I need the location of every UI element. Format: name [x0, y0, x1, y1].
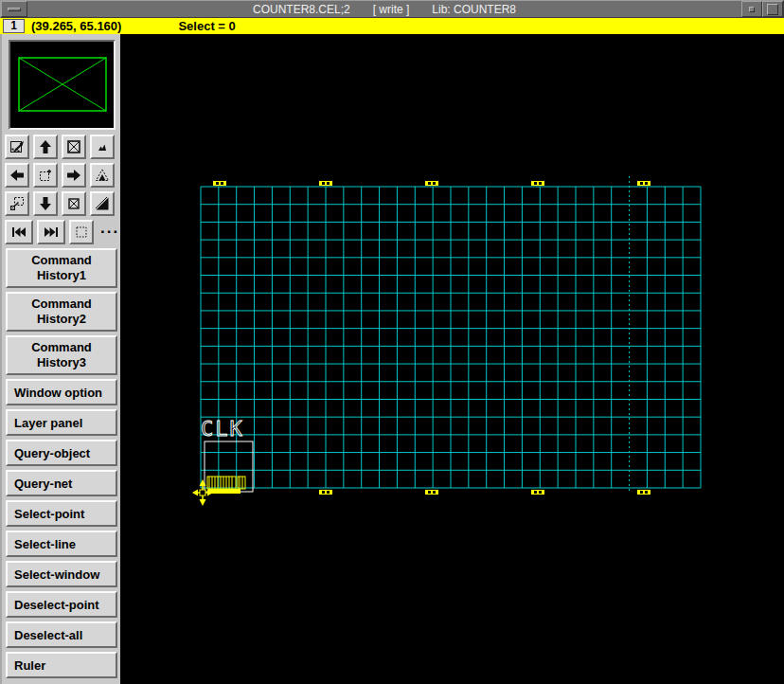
clock-pin-bar — [208, 489, 241, 494]
pan-right-icon — [66, 168, 81, 183]
pin[interactable] — [319, 490, 332, 495]
pin[interactable] — [531, 181, 544, 186]
maximize-button[interactable] — [762, 1, 783, 17]
cursor-coordinates: (39.265, 65.160) — [31, 19, 121, 33]
command-history3-button[interactable]: Command History3 — [6, 335, 117, 375]
redraw-corner-button[interactable] — [90, 191, 115, 216]
window-menu-button[interactable] — [1, 1, 27, 17]
zoom-in-icon — [95, 168, 110, 183]
window-titlebar[interactable]: COUNTER8.CEL;2 [ write ] Lib: COUNTER8 — [0, 0, 784, 18]
zoom-previous-button[interactable] — [5, 191, 29, 216]
pan-up-button[interactable] — [33, 135, 58, 159]
zoom-fit-selected-icon — [66, 196, 81, 211]
redraw-button[interactable] — [5, 135, 29, 159]
deselect-all-button[interactable]: Deselect-all — [6, 621, 117, 648]
view-next-button[interactable] — [37, 220, 65, 244]
pin[interactable] — [637, 490, 650, 495]
zoom-fit-icon — [66, 139, 81, 154]
zoom-area-small-button[interactable] — [90, 135, 115, 159]
layout-editor-canvas[interactable]: CLK — [120, 34, 784, 684]
pin[interactable] — [319, 181, 332, 186]
command-history2-button[interactable]: Command History2 — [6, 292, 117, 332]
zoom-previous-icon — [9, 196, 25, 211]
select-point-button[interactable]: Select-point — [6, 500, 117, 527]
minimize-icon — [749, 7, 755, 12]
overview-panel[interactable] — [9, 40, 116, 130]
redraw-icon — [9, 139, 25, 154]
view-first-button[interactable] — [5, 220, 33, 244]
application-window: { "window": { "title_parts": { "cell": "… — [0, 0, 784, 684]
layout-drawing: CLK — [120, 34, 784, 684]
clock-pin-hatch-outline2 — [238, 477, 245, 489]
pin[interactable] — [213, 181, 226, 186]
zoom-area-small-icon — [95, 139, 110, 154]
title-write-mode: [ write ] — [373, 3, 410, 16]
view-tool-palette: ... — [5, 135, 119, 248]
select-box-button[interactable] — [69, 220, 94, 244]
zoom-fit-button[interactable] — [62, 135, 86, 159]
zoom-window-icon — [38, 168, 53, 183]
window-option-button[interactable]: Window option — [6, 379, 117, 405]
query-net-button[interactable]: Query-net — [6, 470, 117, 496]
query-object-button[interactable]: Query-object — [6, 440, 117, 466]
pin[interactable] — [425, 181, 438, 186]
pan-down-icon — [38, 196, 53, 211]
select-line-button[interactable]: Select-line — [6, 531, 117, 557]
command-history1-button[interactable]: Command History1 — [6, 248, 117, 288]
deselect-point-button[interactable]: Deselect-point — [6, 591, 117, 618]
window-number-badge: 1 — [3, 19, 25, 33]
view-next-icon — [43, 225, 60, 240]
window-menu-icon — [8, 8, 21, 11]
tool-sidebar: ... Command History1 Command History2 Co… — [0, 34, 120, 684]
maximize-icon — [767, 4, 778, 15]
ruler-button[interactable]: Ruler — [6, 652, 117, 678]
window-title: COUNTER8.CEL;2 [ write ] Lib: COUNTER8 — [27, 1, 741, 17]
zoom-fit-selected-button[interactable] — [62, 191, 86, 216]
pan-left-icon — [9, 168, 25, 183]
minimize-button[interactable] — [741, 1, 762, 17]
select-box-icon — [74, 225, 89, 240]
overview-extent-graphic — [10, 42, 114, 128]
pan-left-button[interactable] — [5, 163, 29, 188]
pin[interactable] — [531, 490, 544, 495]
crosshair-cursor-center — [200, 490, 205, 495]
zoom-in-button[interactable] — [90, 163, 115, 188]
layer-panel-button[interactable]: Layer panel — [6, 409, 117, 436]
pan-down-button[interactable] — [33, 191, 58, 216]
cell-instance-label: CLK — [201, 417, 244, 441]
pan-right-button[interactable] — [62, 163, 86, 188]
zoom-window-button[interactable] — [33, 163, 58, 188]
pan-up-icon — [38, 139, 53, 154]
title-cell-name: COUNTER8.CEL;2 — [253, 3, 350, 16]
selection-count: Select = 0 — [178, 19, 235, 33]
select-window-button[interactable]: Select-window — [6, 561, 117, 587]
title-library: Lib: COUNTER8 — [432, 3, 516, 16]
pin[interactable] — [425, 490, 438, 495]
more-tools-button[interactable]: ... — [98, 225, 119, 239]
redraw-corner-icon — [95, 196, 110, 211]
command-button-stack: Command History1 Command History2 Comman… — [6, 248, 117, 682]
status-bar: 1 (39.265, 65.160) Select = 0 — [0, 18, 784, 34]
pin[interactable] — [637, 181, 650, 186]
view-first-icon — [10, 225, 27, 240]
